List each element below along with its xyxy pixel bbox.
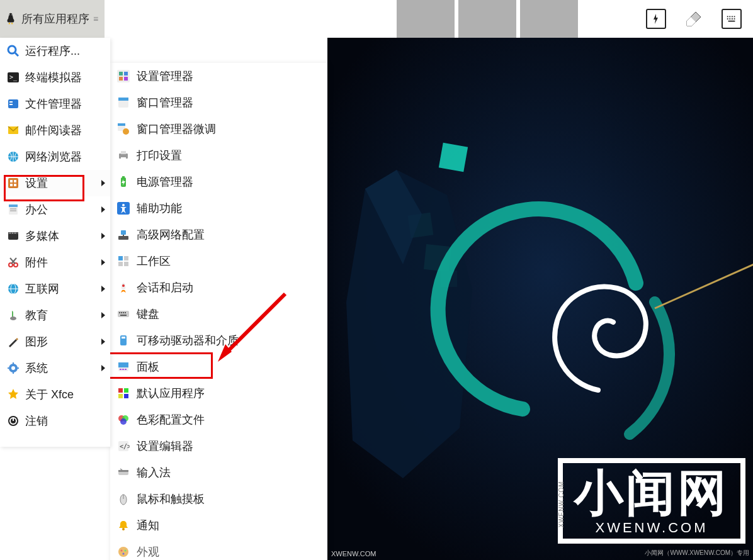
- menu-item-files[interactable]: 文件管理器: [0, 91, 110, 117]
- watermark-corner: XWENW.COM: [327, 550, 376, 557]
- chevron-right-icon: [101, 312, 105, 318]
- submenu-item-print[interactable]: 打印设置: [110, 142, 327, 169]
- submenu-item-color[interactable]: 色彩配置文件: [110, 406, 327, 433]
- menu-item-label: 网络浏览器: [25, 149, 82, 164]
- taskbar-window-slot[interactable]: [458, 0, 516, 38]
- svg-rect-89: [122, 337, 125, 339]
- menu-item-settings[interactable]: 设置: [0, 170, 110, 196]
- taskbar-window-slot[interactable]: [397, 0, 455, 38]
- svg-rect-78: [124, 256, 128, 260]
- chevron-right-icon: [101, 286, 105, 292]
- submenu-item-power[interactable]: 电源管理器: [110, 169, 327, 195]
- svg-rect-65: [118, 123, 125, 126]
- submenu-item-mouse[interactable]: 鼠标和触摸板: [110, 486, 327, 512]
- menu-item-label: 多媒体: [25, 228, 59, 244]
- chevron-right-icon: [101, 233, 105, 239]
- keyboard-icon[interactable]: [722, 9, 742, 29]
- logout-icon: [6, 414, 20, 428]
- watermark-box: XWENW.COM 小闻网 XWENW.COM: [558, 458, 745, 544]
- menu-item-label: 附件: [25, 255, 48, 270]
- battery-icon[interactable]: [646, 9, 666, 29]
- svg-rect-84: [121, 312, 122, 313]
- menu-item-label: 设置: [25, 176, 48, 191]
- submenu-item-workspace[interactable]: 工作区: [110, 248, 327, 274]
- submenu-item-default-apps[interactable]: 默认应用程序: [110, 380, 327, 406]
- menu-item-internet[interactable]: 互联网: [0, 276, 110, 302]
- menu-item-office[interactable]: 办公: [0, 196, 110, 223]
- svg-rect-39: [14, 233, 16, 233]
- svg-rect-92: [120, 369, 122, 370]
- menu-item-label: 教育: [25, 308, 48, 323]
- submenu-item-window-manager[interactable]: 窗口管理器: [110, 89, 327, 116]
- submenu-item-removable[interactable]: 可移动驱动器和介质: [110, 327, 327, 354]
- watermark-title: 小闻网: [574, 468, 729, 517]
- applications-menu-button[interactable]: 所有应用程序 ≡: [0, 0, 105, 38]
- system-tray: [646, 0, 748, 38]
- svg-rect-2: [727, 16, 728, 18]
- menu-item-label: 办公: [25, 202, 48, 217]
- svg-point-112: [125, 550, 127, 552]
- menu-item-label: 互联网: [25, 281, 59, 296]
- svg-point-113: [123, 553, 125, 555]
- submenu-item-panel[interactable]: 面板: [110, 354, 327, 380]
- svg-point-101: [120, 418, 127, 425]
- workspace-icon: [116, 254, 130, 268]
- menu-item-education[interactable]: 教育: [0, 302, 110, 328]
- chevron-right-icon: [101, 259, 105, 266]
- svg-rect-38: [12, 233, 13, 233]
- system-icon: [6, 361, 20, 375]
- svg-rect-93: [122, 369, 124, 370]
- menu-item-browser[interactable]: 网络浏览器: [0, 143, 110, 170]
- submenu-item-wm-tweaks[interactable]: 窗口管理器微调: [110, 116, 327, 142]
- svg-point-0: [9, 14, 10, 15]
- menu-item-multimedia[interactable]: 多媒体: [0, 223, 110, 249]
- svg-rect-28: [14, 180, 16, 182]
- svg-rect-7: [729, 18, 730, 20]
- svg-rect-22: [9, 101, 13, 103]
- svg-rect-95: [118, 388, 123, 393]
- svg-point-66: [123, 128, 129, 135]
- svg-point-110: [118, 547, 128, 557]
- svg-text:</>: </>: [120, 443, 130, 450]
- taskbar-window-slot[interactable]: [520, 0, 578, 38]
- office-icon: [6, 203, 20, 216]
- submenu-item-label: 通知: [137, 518, 159, 533]
- submenu-item-label: 高级网络配置: [137, 227, 205, 242]
- submenu-item-label: 打印设置: [137, 148, 182, 163]
- svg-rect-6: [727, 18, 728, 20]
- svg-rect-63: [118, 98, 128, 101]
- submenu-item-label: 窗口管理器微调: [137, 121, 216, 137]
- menu-item-system[interactable]: 系统: [0, 355, 110, 381]
- submenu-item-appearance[interactable]: 外观: [110, 539, 327, 560]
- chevron-right-icon: [101, 180, 105, 186]
- submenu-item-network[interactable]: 高级网络配置: [110, 221, 327, 248]
- menu-item-mail[interactable]: 邮件阅读器: [0, 117, 110, 143]
- menu-item-accessories[interactable]: 附件: [0, 249, 110, 276]
- submenu-item-session[interactable]: 会话和启动: [110, 274, 327, 301]
- panel-icon: [116, 360, 130, 374]
- desktop-wallpaper: XWENW.COM 小闻网 XWENW.COM XWENW.COM 小闻网（WW…: [327, 38, 753, 560]
- eraser-icon[interactable]: [684, 9, 704, 29]
- svg-rect-74: [118, 236, 128, 240]
- internet-icon: [6, 282, 20, 296]
- menu-item-label: 邮件阅读器: [25, 123, 82, 138]
- submenu-item-keyboard[interactable]: 键盘: [110, 301, 327, 327]
- submenu-item-label: 工作区: [137, 254, 171, 269]
- menu-item-terminal[interactable]: >_ 终端模拟器: [0, 64, 110, 91]
- submenu-item-settings-manager[interactable]: 设置管理器: [110, 63, 327, 89]
- menu-item-logout[interactable]: 注销: [0, 408, 110, 434]
- menu-item-graphics[interactable]: 图形: [0, 328, 110, 355]
- files-icon: [6, 97, 20, 111]
- menu-item-run[interactable]: 运行程序...: [0, 38, 110, 64]
- submenu-item-label: 默认应用程序: [137, 386, 205, 401]
- submenu-item-input-method[interactable]: 输入法: [110, 459, 327, 486]
- svg-rect-61: [124, 77, 128, 81]
- submenu-item-accessibility[interactable]: 辅助功能: [110, 195, 327, 221]
- settings-submenu: 设置管理器 窗口管理器 窗口管理器微调 打印设置 电源管理器 辅助功能 高级网络…: [110, 63, 327, 560]
- wm-tweak-icon: [116, 122, 130, 136]
- menu-item-about-xfce[interactable]: 关于 Xfce: [0, 381, 110, 408]
- submenu-item-settings-editor[interactable]: </> 设置编辑器: [110, 433, 327, 459]
- graphics-icon: [6, 335, 20, 349]
- submenu-item-notifications[interactable]: 通知: [110, 512, 327, 539]
- svg-point-17: [8, 46, 16, 53]
